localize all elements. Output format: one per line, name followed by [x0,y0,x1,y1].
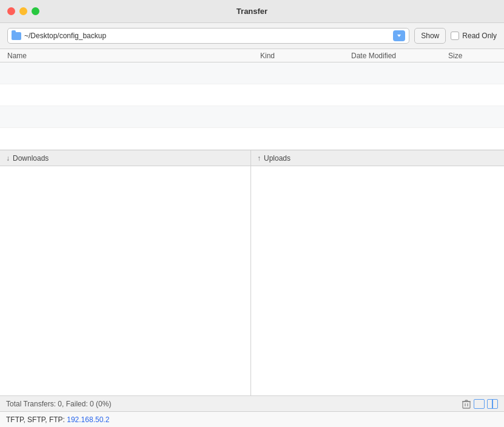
read-only-checkbox[interactable] [451,32,459,40]
table-row[interactable] [0,84,504,106]
path-dropdown-button[interactable] [393,30,405,41]
info-bar: TFTP, SFTP, FTP: 192.168.50.2 [0,411,504,427]
minimize-button[interactable] [19,7,27,15]
status-icons [462,399,498,409]
col-header-kind: Kind [260,52,351,60]
show-button[interactable]: Show [414,28,446,44]
info-prefix: TFTP, SFTP, FTP: [6,415,67,424]
col-header-size: Size [448,52,497,60]
downloads-arrow-icon: ↓ [6,154,10,163]
transfer-section: ↓ Downloads ↑ Uploads [0,150,504,395]
downloads-panel: ↓ Downloads [0,150,251,395]
close-button[interactable] [7,7,15,15]
table-row[interactable] [0,128,504,150]
trash-icon[interactable] [462,399,471,409]
uploads-panel: ↑ Uploads [251,150,504,395]
col-header-name: Name [7,52,260,60]
maximize-button[interactable] [32,7,39,15]
info-text: TFTP, SFTP, FTP: 192.168.50.2 [6,415,109,424]
read-only-container: Read Only [451,32,497,40]
folder-icon [12,32,21,40]
status-text: Total Transfers: 0, Failed: 0 (0%) [6,400,111,408]
uploads-label: Uploads [264,154,291,163]
read-only-label: Read Only [462,32,497,40]
downloads-label: Downloads [13,154,49,163]
table-header: Name Kind Date Modified Size [0,49,504,62]
uploads-header: ↑ Uploads [251,150,504,166]
info-ip: 192.168.50.2 [67,415,109,424]
svg-rect-0 [463,402,470,408]
toolbar: ~/Desktop/config_backup Show Read Only [0,23,504,49]
status-bar: Total Transfers: 0, Failed: 0 (0%) [0,395,504,411]
single-layout-icon[interactable] [474,399,485,409]
path-container[interactable]: ~/Desktop/config_backup [7,28,409,44]
uploads-content [251,166,504,395]
file-table: Name Kind Date Modified Size [0,49,504,150]
file-rows [0,62,504,150]
path-text: ~/Desktop/config_backup [24,32,390,40]
col-header-date: Date Modified [351,52,448,60]
uploads-arrow-icon: ↑ [257,154,261,163]
split-layout-icon[interactable] [487,399,498,409]
title-bar: Transfer [0,0,504,23]
window-title: Transfer [237,7,267,16]
downloads-header: ↓ Downloads [0,150,250,166]
table-row[interactable] [0,106,504,128]
downloads-content [0,166,250,395]
traffic-lights [7,7,39,15]
table-row[interactable] [0,62,504,84]
